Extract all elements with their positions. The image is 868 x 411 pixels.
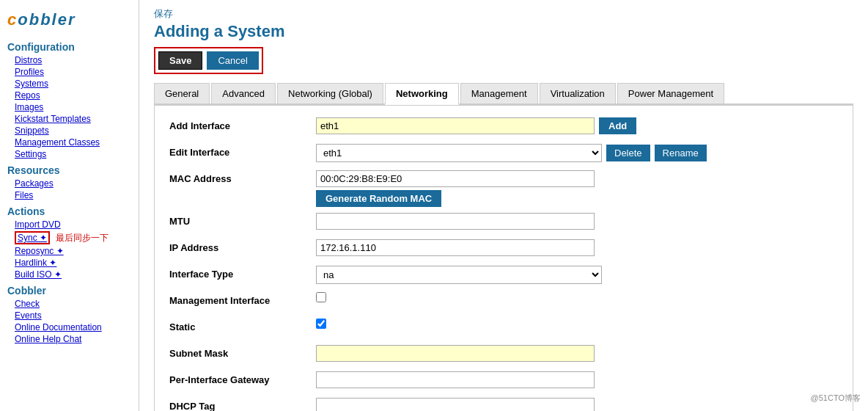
cancel-button[interactable]: Cancel <box>207 51 258 70</box>
per-interface-gateway-input[interactable] <box>316 371 595 388</box>
tab-general[interactable]: General <box>154 83 210 103</box>
mac-address-row: MAC Address Generate Random MAC <box>169 170 838 207</box>
logo: cobbler <box>0 6 139 37</box>
mac-address-input[interactable] <box>316 170 595 187</box>
mtu-input[interactable] <box>316 213 595 230</box>
delete-interface-button[interactable]: Delete <box>606 145 650 161</box>
per-interface-gateway-row: Per-Interface Gateway <box>169 371 838 392</box>
sidebar-item-systems[interactable]: Systems <box>0 78 139 90</box>
mtu-label: MTU <box>169 213 316 227</box>
subnet-mask-control <box>316 345 838 362</box>
subnet-mask-label: Subnet Mask <box>169 345 316 359</box>
static-control <box>316 319 838 329</box>
edit-interface-label: Edit Interface <box>169 144 316 158</box>
dhcp-tag-input[interactable] <box>316 398 595 411</box>
sidebar-item-events[interactable]: Events <box>0 310 139 321</box>
interface-type-control: na bond bond_slave bridge bridge_slave b… <box>316 266 838 284</box>
toolbar: Save Cancel <box>154 47 263 74</box>
tabs: General Advanced Networking (Global) Net… <box>154 83 853 105</box>
mac-address-control: Generate Random MAC <box>316 170 838 207</box>
form-area: Add Interface Add Edit Interface eth1 De… <box>154 105 853 411</box>
add-interface-button[interactable]: Add <box>599 117 636 134</box>
tab-advanced[interactable]: Advanced <box>211 83 276 103</box>
static-row: Static <box>169 319 838 339</box>
main-content: 保存 Adding a System Save Cancel General A… <box>139 0 868 411</box>
sync-note: 最后同步一下 <box>56 232 108 244</box>
edit-interface-select[interactable]: eth1 <box>316 144 602 162</box>
save-button[interactable]: Save <box>158 51 202 70</box>
sidebar-item-repos[interactable]: Repos <box>0 90 139 101</box>
sidebar-item-snippets[interactable]: Snippets <box>0 125 139 137</box>
tab-management[interactable]: Management <box>460 83 538 103</box>
edit-interface-control: eth1 Delete Rename <box>316 144 838 162</box>
dhcp-tag-row: DHCP Tag <box>169 398 838 411</box>
subnet-mask-input[interactable] <box>316 345 595 362</box>
sidebar-item-distros[interactable]: Distros <box>0 54 139 66</box>
sidebar-item-import-dvd[interactable]: Import DVD <box>0 219 139 230</box>
ip-address-control <box>316 239 838 256</box>
add-interface-input[interactable] <box>316 117 595 134</box>
resources-section-title: Resources <box>0 160 139 178</box>
static-label: Static <box>169 319 316 332</box>
sidebar-item-online-documentation[interactable]: Online Documentation <box>0 321 139 333</box>
edit-interface-row: Edit Interface eth1 Delete Rename <box>169 144 838 164</box>
tab-networking[interactable]: Networking <box>385 83 459 105</box>
sidebar-item-sync[interactable]: Sync ✦ <box>15 231 50 244</box>
add-interface-label: Add Interface <box>169 117 316 131</box>
cobbler-section-title: Cobbler <box>0 280 139 298</box>
sidebar-item-packages[interactable]: Packages <box>0 178 139 189</box>
sidebar-item-management-classes[interactable]: Management Classes <box>0 137 139 148</box>
tab-power-management[interactable]: Power Management <box>617 83 724 103</box>
mtu-control <box>316 213 838 230</box>
static-checkbox[interactable] <box>316 319 326 329</box>
interface-type-label: Interface Type <box>169 266 316 280</box>
management-interface-row: Management Interface <box>169 292 838 313</box>
sidebar-item-check[interactable]: Check <box>0 298 139 310</box>
watermark: @51CTO博客 <box>811 393 861 404</box>
dhcp-tag-label: DHCP Tag <box>169 398 316 411</box>
sidebar: cobbler Configuration Distros Profiles S… <box>0 0 139 411</box>
sidebar-item-online-help-chat[interactable]: Online Help Chat <box>0 333 139 345</box>
interface-type-select[interactable]: na bond bond_slave bridge bridge_slave b… <box>316 266 602 284</box>
generate-mac-button[interactable]: Generate Random MAC <box>316 190 441 207</box>
dhcp-tag-control <box>316 398 838 411</box>
ip-address-label: IP Address <box>169 239 316 253</box>
sidebar-item-build-iso[interactable]: Build ISO ✦ <box>0 269 139 280</box>
subnet-mask-row: Subnet Mask <box>169 345 838 365</box>
management-interface-label: Management Interface <box>169 292 316 306</box>
tab-networking-global[interactable]: Networking (Global) <box>277 83 383 103</box>
ip-address-row: IP Address <box>169 239 838 260</box>
interface-type-row: Interface Type na bond bond_slave bridge… <box>169 266 838 286</box>
sidebar-item-files[interactable]: Files <box>0 189 139 201</box>
add-interface-control: Add <box>316 117 838 134</box>
sidebar-item-hardlink[interactable]: Hardlink ✦ <box>0 257 139 269</box>
ip-address-input[interactable] <box>316 239 595 256</box>
sidebar-item-images[interactable]: Images <box>0 101 139 113</box>
configuration-section-title: Configuration <box>0 37 139 54</box>
save-hint: 保存 <box>154 8 173 19</box>
sidebar-item-settings[interactable]: Settings <box>0 148 139 160</box>
management-interface-control <box>316 292 838 302</box>
per-interface-gateway-control <box>316 371 838 388</box>
add-interface-row: Add Interface Add <box>169 117 838 138</box>
sidebar-item-kickstart-templates[interactable]: Kickstart Templates <box>0 113 139 125</box>
mac-address-label: MAC Address <box>169 170 316 184</box>
management-interface-checkbox[interactable] <box>316 292 326 302</box>
sidebar-item-reposync[interactable]: Reposync ✦ <box>0 245 139 257</box>
sidebar-item-profiles[interactable]: Profiles <box>0 66 139 78</box>
mtu-row: MTU <box>169 213 838 233</box>
tab-virtualization[interactable]: Virtualization <box>540 83 616 103</box>
per-interface-gateway-label: Per-Interface Gateway <box>169 371 316 385</box>
rename-interface-button[interactable]: Rename <box>655 145 707 161</box>
page-title: Adding a System <box>154 22 853 41</box>
actions-section-title: Actions <box>0 201 139 219</box>
